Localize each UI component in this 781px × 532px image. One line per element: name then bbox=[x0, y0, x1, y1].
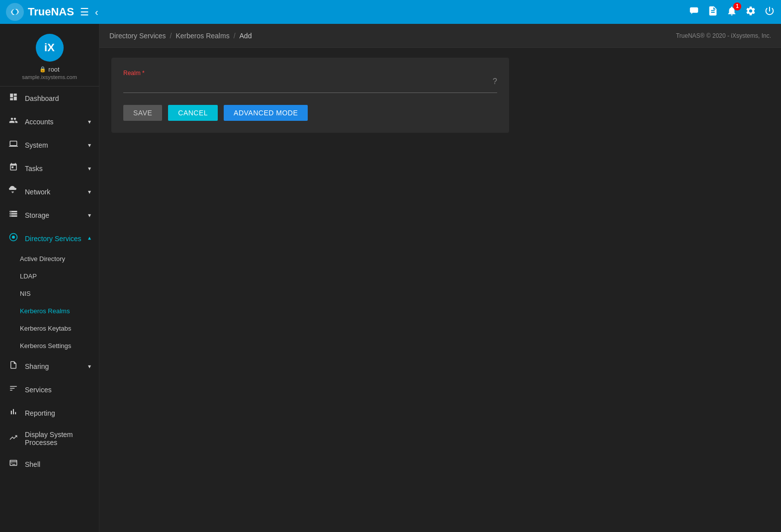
breadcrumb-sep-2: / bbox=[234, 32, 236, 40]
sidebar-item-dashboard[interactable]: Dashboard bbox=[0, 87, 99, 110]
sharing-arrow: ▾ bbox=[88, 363, 91, 370]
breadcrumb-bar: Directory Services / Kerberos Realms / A… bbox=[99, 24, 781, 48]
form-actions: SAVE CANCEL ADVANCED MODE bbox=[123, 105, 497, 121]
topbar: TrueNAS ☰ ‹ 1 bbox=[0, 0, 781, 24]
sidebar-item-sharing[interactable]: Sharing ▾ bbox=[0, 355, 99, 378]
sidebar-item-directory-services[interactable]: Directory Services ▾ bbox=[0, 227, 99, 250]
breadcrumb-sep-1: / bbox=[170, 32, 172, 40]
realm-input[interactable] bbox=[123, 79, 497, 93]
sidebar-item-system[interactable]: System ▾ bbox=[0, 133, 99, 157]
system-icon bbox=[8, 139, 19, 151]
brand-name: TrueNAS bbox=[28, 5, 74, 18]
topbar-left: TrueNAS ☰ ‹ bbox=[6, 3, 98, 21]
power-icon[interactable] bbox=[764, 5, 775, 19]
breadcrumb-add: Add bbox=[240, 32, 252, 40]
sidebar-item-nis[interactable]: NIS bbox=[0, 285, 99, 302]
save-button[interactable]: SAVE bbox=[123, 105, 162, 121]
reporting-icon bbox=[8, 407, 19, 419]
required-indicator: * bbox=[141, 70, 145, 77]
tasks-arrow: ▾ bbox=[88, 165, 91, 172]
system-arrow: ▾ bbox=[88, 142, 91, 149]
svg-point-1 bbox=[12, 9, 17, 14]
sidebar-item-kerberos-keytabs[interactable]: Kerberos Keytabs bbox=[0, 320, 99, 337]
realm-label: Realm * bbox=[123, 70, 497, 77]
network-arrow: ▾ bbox=[88, 188, 91, 195]
sidebar-item-kerberos-settings[interactable]: Kerberos Settings bbox=[0, 337, 99, 355]
realm-field: Realm * ? bbox=[123, 70, 497, 93]
advanced-mode-button[interactable]: ADVANCED MODE bbox=[224, 105, 308, 121]
accounts-icon bbox=[8, 116, 19, 127]
network-icon bbox=[8, 186, 19, 197]
storage-icon bbox=[8, 209, 19, 221]
app-logo: TrueNAS bbox=[6, 3, 74, 21]
settings-icon[interactable] bbox=[745, 5, 756, 19]
directory-services-icon bbox=[8, 233, 19, 244]
dashboard-icon bbox=[8, 92, 19, 104]
breadcrumb: Directory Services / Kerberos Realms / A… bbox=[109, 32, 252, 40]
main-layout: iX 🔒 root sample.ixsystems.com Dashboard… bbox=[0, 24, 781, 532]
storage-arrow: ▾ bbox=[88, 212, 91, 219]
sidebar-item-storage[interactable]: Storage ▾ bbox=[0, 203, 99, 227]
sidebar-item-network[interactable]: Network ▾ bbox=[0, 180, 99, 203]
cancel-button[interactable]: CANCEL bbox=[168, 105, 218, 121]
sharing-icon bbox=[8, 360, 19, 372]
copyright: TrueNAS® © 2020 - iXsystems, Inc. bbox=[676, 32, 771, 39]
sidebar-item-active-directory[interactable]: Active Directory bbox=[0, 250, 99, 267]
notifications-icon[interactable]: 1 bbox=[726, 5, 737, 19]
form-container: Realm * ? SAVE CANCEL ADVANCED MODE bbox=[99, 48, 781, 532]
tasks-icon bbox=[8, 163, 19, 174]
sidebar-item-shell[interactable]: Shell bbox=[0, 452, 99, 476]
sidebar: iX 🔒 root sample.ixsystems.com Dashboard… bbox=[0, 24, 99, 532]
back-icon[interactable]: ‹ bbox=[95, 6, 98, 18]
form-card: Realm * ? SAVE CANCEL ADVANCED MODE bbox=[111, 58, 509, 133]
sidebar-item-kerberos-realms[interactable]: Kerberos Realms bbox=[0, 302, 99, 320]
directory-services-arrow: ▾ bbox=[88, 235, 91, 242]
user-name: 🔒 root bbox=[39, 66, 59, 73]
feedback-icon[interactable] bbox=[689, 5, 699, 19]
content-area: Directory Services / Kerberos Realms / A… bbox=[99, 24, 781, 532]
menu-icon[interactable]: ☰ bbox=[80, 6, 89, 18]
breadcrumb-kerberos-realms[interactable]: Kerberos Realms bbox=[175, 32, 229, 40]
user-host: sample.ixsystems.com bbox=[22, 74, 77, 80]
accounts-arrow: ▾ bbox=[88, 118, 91, 125]
user-profile: iX 🔒 root sample.ixsystems.com bbox=[0, 24, 99, 87]
sidebar-item-accounts[interactable]: Accounts ▾ bbox=[0, 110, 99, 133]
realm-input-wrap: Realm * ? bbox=[123, 70, 497, 93]
sidebar-item-display-system-processes[interactable]: Display System Processes bbox=[0, 425, 99, 452]
logo-icon bbox=[6, 3, 24, 21]
sidebar-item-reporting[interactable]: Reporting bbox=[0, 401, 99, 425]
topbar-icons: 1 bbox=[689, 5, 775, 19]
shell-icon bbox=[8, 458, 19, 470]
breadcrumb-dir-services[interactable]: Directory Services bbox=[109, 32, 166, 40]
avatar: iX bbox=[36, 34, 64, 62]
sidebar-item-services[interactable]: Services bbox=[0, 378, 99, 401]
sidebar-item-ldap[interactable]: LDAP bbox=[0, 267, 99, 285]
notification-badge: 1 bbox=[733, 2, 741, 10]
services-icon bbox=[8, 384, 19, 395]
changelog-icon[interactable] bbox=[707, 5, 718, 19]
svg-point-3 bbox=[12, 236, 15, 239]
sidebar-item-tasks[interactable]: Tasks ▾ bbox=[0, 157, 99, 180]
display-system-processes-icon bbox=[8, 433, 19, 444]
realm-help-icon[interactable]: ? bbox=[493, 77, 497, 86]
lock-icon: 🔒 bbox=[39, 66, 46, 73]
